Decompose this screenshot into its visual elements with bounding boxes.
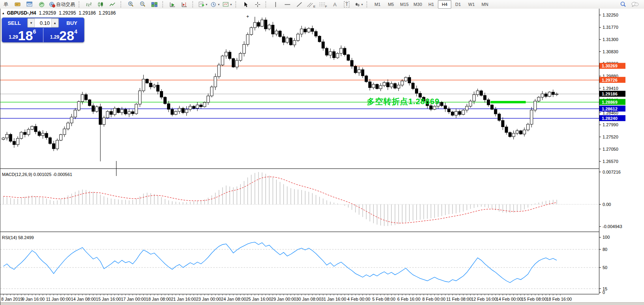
svg-text:30 Jan 08:00: 30 Jan 08:00	[296, 297, 321, 301]
zoom-in-icon[interactable]	[125, 0, 137, 9]
tf-m15-button[interactable]: M15	[398, 0, 411, 9]
svg-text:100: 100	[603, 235, 610, 240]
toolbar-grip	[235, 1, 238, 7]
zoom-out-icon[interactable]	[137, 0, 148, 9]
svg-text:1.30269: 1.30269	[602, 64, 618, 68]
horizontal-line-tool[interactable]	[282, 0, 293, 9]
svg-text:6 Feb 16:00: 6 Feb 16:00	[397, 297, 421, 301]
bar-close-value: 1.29186	[99, 10, 116, 16]
svg-text:8 Feb 00:00: 8 Feb 00:00	[422, 297, 445, 301]
order-ticket-icon[interactable]	[12, 0, 24, 9]
sell-button[interactable]: SELL	[2, 18, 26, 28]
fibonacci-tool[interactable]: F	[317, 0, 329, 9]
dropdown-arrow-icon: ▾	[206, 3, 207, 6]
templates-icon[interactable]: ▾	[221, 0, 233, 9]
svg-text:1.28612: 1.28612	[602, 107, 618, 111]
svg-text:1.31300: 1.31300	[603, 37, 618, 42]
svg-text:1.27050: 1.27050	[603, 147, 618, 152]
trade-panel-prices: 1.29 18 6 1.29 28 4	[2, 28, 84, 42]
toolbar: 单 自动交易 ▾ ▾ ▾ E F A T ▾	[0, 0, 644, 9]
bar-chart-icon[interactable]	[83, 0, 95, 9]
svg-text:1.29186: 1.29186	[602, 92, 618, 96]
tile-windows-icon[interactable]	[148, 0, 160, 9]
svg-text:1.30830: 1.30830	[603, 49, 618, 54]
buy-button[interactable]: BUY	[60, 18, 84, 28]
svg-text:1.29410: 1.29410	[603, 86, 618, 91]
tf-m5-button[interactable]: M5	[384, 0, 398, 9]
tf-mn-button[interactable]: MN	[478, 0, 492, 9]
tf-w1-button[interactable]: W1	[465, 0, 478, 9]
svg-text:18 Feb 16:00: 18 Feb 16:00	[546, 297, 572, 301]
rsi-pane[interactable]: RSI(14) 58.2499	[0, 234, 599, 294]
svg-text:1.27520: 1.27520	[603, 135, 618, 139]
cursor-tool[interactable]	[240, 0, 252, 9]
collapse-panel-arrow[interactable]: ▴	[2, 11, 4, 15]
tf-h4-button[interactable]: H4	[438, 0, 451, 9]
indicators-icon[interactable]: ▾	[197, 0, 209, 9]
svg-text:1.28240: 1.28240	[602, 116, 618, 121]
tf-h1-button[interactable]: H1	[424, 0, 438, 9]
tf-d1-button[interactable]: D1	[451, 0, 465, 9]
tf-m1-button[interactable]: M1	[371, 0, 384, 9]
dropdown-arrow-icon: ▾	[230, 3, 232, 6]
chart-shift-icon[interactable]	[178, 0, 190, 9]
profiles-icon[interactable]	[36, 0, 47, 9]
svg-text:80: 80	[603, 247, 607, 252]
svg-text:1.26570: 1.26570	[603, 159, 618, 164]
auto-scroll-icon[interactable]	[167, 0, 178, 9]
crosshair-tool[interactable]	[252, 0, 263, 9]
text-tool[interactable]: A	[329, 0, 341, 9]
chat-icon[interactable]	[629, 0, 641, 9]
search-icon[interactable]	[617, 0, 629, 9]
svg-text:1.29726: 1.29726	[602, 78, 618, 82]
text-label-tool[interactable]: T	[341, 0, 353, 9]
macd-pane[interactable]: MACD(12,26,9) 0.001025 -0.000561	[0, 170, 599, 232]
main-price-pane[interactable]: +	[0, 9, 599, 168]
chart-title-row: ▴ GBPUSD-,H4 1.29259 1.29295 1.29186 1.2…	[2, 10, 116, 16]
vertical-line-object[interactable]	[116, 161, 116, 176]
svg-text:1.27990: 1.27990	[603, 122, 618, 127]
channel-sub-label: E	[313, 5, 315, 8]
bar-open-value: 1.29259	[39, 10, 56, 16]
arrows-tool[interactable]: ▾	[353, 0, 364, 9]
fibo-sub-label: F	[325, 5, 327, 8]
svg-text:14 Jan 08:00: 14 Jan 08:00	[71, 297, 96, 301]
autotrading-button[interactable]: 自动交易	[47, 0, 77, 9]
sell-price[interactable]: 1.29 18 6	[2, 28, 43, 42]
candlestick-icon[interactable]	[95, 0, 107, 9]
autotrading-icon	[49, 2, 55, 7]
svg-text:+: +	[246, 14, 249, 19]
svg-text:31 Jan 16:00: 31 Jan 16:00	[321, 297, 346, 301]
buy-price[interactable]: 1.29 28 4	[43, 28, 84, 42]
volume-decrease-button[interactable]: ▼	[28, 19, 35, 27]
svg-text:1.28869: 1.28869	[602, 100, 618, 105]
trendline-tool[interactable]	[293, 0, 305, 9]
toolbar-grip	[192, 1, 195, 7]
volume-input[interactable]: 0.10	[35, 19, 51, 27]
price-axis[interactable]: 1.322501.317701.313001.308301.303601.298…	[599, 9, 644, 305]
vertical-line-tool[interactable]	[270, 0, 282, 9]
candlestick-chart[interactable]: +	[0, 9, 599, 168]
svg-text:8 Jan 2019: 8 Jan 2019	[1, 297, 23, 301]
svg-text:9 Jan 16:00: 9 Jan 16:00	[22, 297, 45, 301]
new-chart-icon[interactable]	[24, 0, 36, 9]
bar-high-value: 1.29295	[59, 10, 76, 16]
svg-text:25 Jan 16:00: 25 Jan 16:00	[246, 297, 271, 301]
svg-text:0.007216: 0.007216	[603, 170, 621, 174]
line-chart-icon[interactable]	[107, 0, 118, 9]
dropdown-arrow-icon: ▾	[361, 3, 363, 6]
status-strip	[0, 302, 644, 305]
svg-text:1.32250: 1.32250	[603, 13, 618, 17]
channel-tool[interactable]: E	[305, 0, 317, 9]
macd-label: MACD(12,26,9) 0.001025 -0.000561	[2, 172, 72, 177]
macd-chart[interactable]	[0, 170, 599, 232]
tf-m30-button[interactable]: M30	[411, 0, 424, 9]
chart-symbol-title: GBPUSD-,H4	[7, 10, 36, 16]
toolbar-grip	[366, 1, 370, 7]
volume-increase-button[interactable]: ▲	[51, 19, 58, 27]
new-order-button[interactable]: 单	[0, 0, 12, 9]
svg-text:21 Jan 16:00: 21 Jan 16:00	[171, 297, 196, 301]
svg-text:4 Feb 00:00: 4 Feb 00:00	[347, 297, 370, 301]
periods-icon[interactable]: ▾	[209, 0, 221, 9]
rsi-chart[interactable]	[0, 234, 599, 294]
